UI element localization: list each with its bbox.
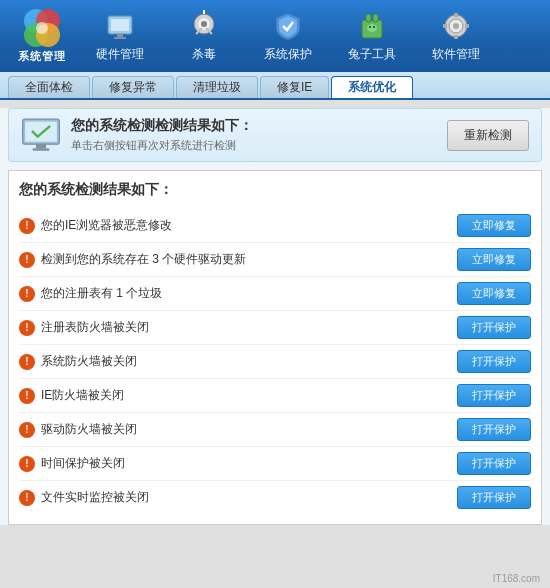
- detection-banner: 您的系统检测检测结果如下： 单击右侧按钮再次对系统进行检测 重新检测: [8, 108, 542, 162]
- kill-icon: [188, 10, 220, 42]
- result-left-6: ! 驱动防火墙被关闭: [19, 421, 457, 438]
- main-content: 您的系统检测检测结果如下： 单击右侧按钮再次对系统进行检测 重新检测 您的系统检…: [0, 108, 550, 525]
- result-item-7: ! 时间保护被关闭 打开保护: [19, 447, 531, 481]
- nav-software-label: 软件管理: [432, 46, 480, 63]
- svg-point-23: [453, 23, 459, 29]
- result-text-3: 注册表防火墙被关闭: [41, 319, 149, 336]
- result-left-7: ! 时间保护被关闭: [19, 455, 457, 472]
- svg-point-19: [369, 26, 371, 28]
- tab-bar: 全面体检 修复异常 清理垃圾 修复IE 系统优化: [0, 72, 550, 100]
- action-btn-1[interactable]: 立即修复: [457, 248, 531, 271]
- logo-label: 系统管理: [18, 49, 66, 64]
- svg-point-18: [367, 24, 377, 32]
- result-text-4: 系统防火墙被关闭: [41, 353, 137, 370]
- svg-point-20: [373, 26, 375, 28]
- nav-kill-label: 杀毒: [192, 46, 216, 63]
- result-left-2: ! 您的注册表有 1 个垃圾: [19, 285, 457, 302]
- result-item-3: ! 注册表防火墙被关闭 打开保护: [19, 311, 531, 345]
- banner-left: 您的系统检测检测结果如下： 单击右侧按钮再次对系统进行检测: [21, 117, 253, 153]
- result-item-5: ! IE防火墙被关闭 打开保护: [19, 379, 531, 413]
- tab-optimize[interactable]: 系统优化: [331, 76, 413, 98]
- result-text-7: 时间保护被关闭: [41, 455, 125, 472]
- warning-icon-6: !: [19, 422, 35, 438]
- svg-point-4: [36, 22, 48, 34]
- banner-title: 您的系统检测检测结果如下：: [71, 117, 253, 135]
- warning-icon-7: !: [19, 456, 35, 472]
- tab-repair-anomaly[interactable]: 修复异常: [92, 76, 174, 98]
- warning-icon-1: !: [19, 252, 35, 268]
- tab-repair-ie[interactable]: 修复IE: [260, 76, 329, 98]
- pc-icon: [21, 117, 61, 153]
- nav-item-kill[interactable]: 杀毒: [164, 6, 244, 66]
- result-left-8: ! 文件实时监控被关闭: [19, 489, 457, 506]
- result-left-3: ! 注册表防火墙被关闭: [19, 319, 457, 336]
- warning-icon-4: !: [19, 354, 35, 370]
- action-btn-2[interactable]: 立即修复: [457, 282, 531, 305]
- result-left-1: ! 检测到您的系统存在 3 个硬件驱动更新: [19, 251, 457, 268]
- result-text-1: 检测到您的系统存在 3 个硬件驱动更新: [41, 251, 246, 268]
- action-btn-5[interactable]: 打开保护: [457, 384, 531, 407]
- action-btn-3[interactable]: 打开保护: [457, 316, 531, 339]
- warning-icon-8: !: [19, 490, 35, 506]
- action-btn-0[interactable]: 立即修复: [457, 214, 531, 237]
- svg-rect-17: [373, 14, 378, 22]
- watermark: IT168.com: [493, 573, 540, 584]
- nav-item-protect[interactable]: 系统保护: [248, 6, 328, 66]
- svg-rect-25: [454, 35, 458, 39]
- result-item-6: ! 驱动防火墙被关闭 打开保护: [19, 413, 531, 447]
- svg-rect-16: [366, 14, 371, 22]
- hardware-icon: [104, 10, 136, 42]
- result-item-4: ! 系统防火墙被关闭 打开保护: [19, 345, 531, 379]
- logo-icon: [22, 9, 62, 47]
- svg-rect-26: [443, 24, 447, 28]
- rescan-button[interactable]: 重新检测: [447, 120, 529, 151]
- result-item-0: ! 您的IE浏览器被恶意修改 立即修复: [19, 209, 531, 243]
- rabbit-icon: [356, 10, 388, 42]
- result-left-5: ! IE防火墙被关闭: [19, 387, 457, 404]
- tab-clean-trash[interactable]: 清理垃圾: [176, 76, 258, 98]
- svg-rect-30: [36, 144, 46, 148]
- action-btn-8[interactable]: 打开保护: [457, 486, 531, 509]
- nav-item-rabbit[interactable]: 兔子工具: [332, 6, 412, 66]
- result-text-6: 驱动防火墙被关闭: [41, 421, 137, 438]
- banner-text: 您的系统检测检测结果如下： 单击右侧按钮再次对系统进行检测: [71, 117, 253, 153]
- result-text-2: 您的注册表有 1 个垃圾: [41, 285, 162, 302]
- svg-rect-8: [114, 37, 126, 39]
- svg-point-14: [201, 21, 207, 27]
- warning-icon-3: !: [19, 320, 35, 336]
- result-item-2: ! 您的注册表有 1 个垃圾 立即修复: [19, 277, 531, 311]
- results-section: 您的系统检测结果如下： ! 您的IE浏览器被恶意修改 立即修复 ! 检测到您的系…: [8, 170, 542, 525]
- warning-icon-5: !: [19, 388, 35, 404]
- nav-protect-label: 系统保护: [264, 46, 312, 63]
- svg-rect-27: [465, 24, 469, 28]
- result-item-8: ! 文件实时监控被关闭 打开保护: [19, 481, 531, 514]
- result-left-0: ! 您的IE浏览器被恶意修改: [19, 217, 457, 234]
- nav-item-hardware[interactable]: 硬件管理: [80, 6, 160, 66]
- action-btn-4[interactable]: 打开保护: [457, 350, 531, 373]
- svg-rect-31: [33, 148, 50, 151]
- result-left-4: ! 系统防火墙被关闭: [19, 353, 457, 370]
- nav-item-software[interactable]: 软件管理: [416, 6, 496, 66]
- nav-rabbit-label: 兔子工具: [348, 46, 396, 63]
- svg-rect-6: [111, 19, 129, 31]
- results-title: 您的系统检测结果如下：: [19, 181, 531, 199]
- result-text-8: 文件实时监控被关闭: [41, 489, 149, 506]
- svg-rect-7: [117, 34, 123, 37]
- top-navigation: 系统管理 硬件管理: [0, 0, 550, 72]
- nav-hardware-label: 硬件管理: [96, 46, 144, 63]
- svg-rect-24: [454, 13, 458, 17]
- svg-rect-29: [25, 122, 57, 142]
- result-text-5: IE防火墙被关闭: [41, 387, 124, 404]
- warning-icon-2: !: [19, 286, 35, 302]
- action-btn-7[interactable]: 打开保护: [457, 452, 531, 475]
- protect-icon: [272, 10, 304, 42]
- software-icon: [440, 10, 472, 42]
- result-text-0: 您的IE浏览器被恶意修改: [41, 217, 172, 234]
- banner-subtitle: 单击右侧按钮再次对系统进行检测: [71, 138, 253, 153]
- result-item-1: ! 检测到您的系统存在 3 个硬件驱动更新 立即修复: [19, 243, 531, 277]
- action-btn-6[interactable]: 打开保护: [457, 418, 531, 441]
- tab-full-check[interactable]: 全面体检: [8, 76, 90, 98]
- app-logo[interactable]: 系统管理: [8, 6, 76, 66]
- warning-icon-0: !: [19, 218, 35, 234]
